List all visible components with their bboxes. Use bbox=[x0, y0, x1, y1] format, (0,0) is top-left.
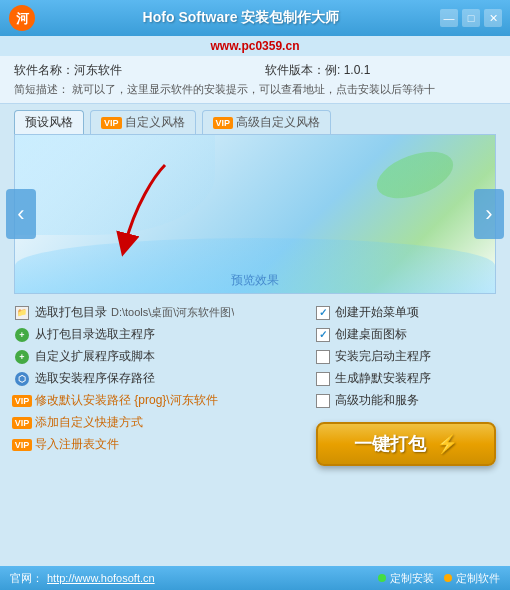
custom-ext-icon: + bbox=[14, 349, 30, 365]
cb-create-start-menu-box[interactable] bbox=[316, 306, 330, 320]
select-package-icon: 📁 bbox=[14, 305, 30, 321]
select-save-icon: ⬡ bbox=[14, 371, 30, 387]
cb-create-desktop-icon[interactable]: 创建桌面图标 bbox=[316, 326, 496, 343]
select-package-value: D:\tools\桌面\河东软件图\ bbox=[111, 305, 234, 320]
cb-create-desktop-icon-box[interactable] bbox=[316, 328, 330, 342]
cb-create-desktop-icon-label: 创建桌面图标 bbox=[335, 326, 407, 343]
tabs-row: 预设风格 VIP 自定义风格 VIP 高级自定义风格 bbox=[0, 104, 510, 134]
cb-advanced-label: 高级功能和服务 bbox=[335, 392, 419, 409]
add-shortcut-icon: VIP bbox=[14, 415, 30, 431]
custom-software-label: 定制软件 bbox=[456, 571, 500, 586]
options-right: 创建开始菜单项 创建桌面图标 安装完启动主程序 生成静默安装程序 高级功能和服务… bbox=[316, 304, 496, 466]
custom-install-label: 定制安装 bbox=[390, 571, 434, 586]
close-button[interactable]: ✕ bbox=[484, 9, 502, 27]
option-custom-ext[interactable]: + 自定义扩展程序或脚本 bbox=[14, 348, 306, 365]
info-section: 软件名称： 河东软件 软件版本： 例: 1.0.1 简短描述： 就可以了，这里显… bbox=[0, 56, 510, 104]
titlebar: 河 Hofo Software 安装包制作大师 — □ ✕ bbox=[0, 0, 510, 36]
options-area: 📁 选取打包目录 D:\tools\桌面\河东软件图\ + 从打包目录选取主程序… bbox=[0, 298, 510, 470]
red-arrow-indicator bbox=[95, 155, 195, 265]
cb-advanced[interactable]: 高级功能和服务 bbox=[316, 392, 496, 409]
modify-path-text: 修改默认安装路径 {prog}\河东软件 bbox=[35, 392, 218, 409]
preview-next-button[interactable]: › bbox=[474, 189, 504, 239]
select-save-text: 选取安装程序保存路径 bbox=[35, 370, 155, 387]
option-select-save[interactable]: ⬡ 选取安装程序保存路径 bbox=[14, 370, 306, 387]
cb-create-start-menu-label: 创建开始菜单项 bbox=[335, 304, 419, 321]
tab-custom-style[interactable]: VIP 自定义风格 bbox=[90, 110, 196, 134]
statusbar-website: 官网： http://www.hofosoft.cn bbox=[10, 571, 155, 586]
add-shortcut-text: 添加自定义快捷方式 bbox=[35, 414, 143, 431]
software-name-value: 河东软件 bbox=[74, 62, 245, 79]
tab-advanced-style[interactable]: VIP 高级自定义风格 bbox=[202, 110, 332, 134]
option-select-main[interactable]: + 从打包目录选取主程序 bbox=[14, 326, 306, 343]
cb-advanced-box[interactable] bbox=[316, 394, 330, 408]
import-reg-text: 导入注册表文件 bbox=[35, 436, 119, 453]
tab-advanced-style-label: 高级自定义风格 bbox=[236, 114, 320, 131]
custom-install-dot bbox=[378, 574, 386, 582]
select-main-icon: + bbox=[14, 327, 30, 343]
main-window: 河 Hofo Software 安装包制作大师 — □ ✕ www.pc0359… bbox=[0, 0, 510, 590]
app-logo: 河 bbox=[8, 4, 36, 32]
prev-arrow-icon: ‹ bbox=[17, 201, 24, 227]
version-example: 例: 1.0.1 bbox=[325, 62, 496, 79]
options-left: 📁 选取打包目录 D:\tools\桌面\河东软件图\ + 从打包目录选取主程序… bbox=[14, 304, 306, 466]
tab-preset-style[interactable]: 预设风格 bbox=[14, 110, 84, 134]
modify-path-vip: VIP bbox=[12, 395, 33, 407]
preview-prev-button[interactable]: ‹ bbox=[6, 189, 36, 239]
cb-autorun[interactable]: 安装完启动主程序 bbox=[316, 348, 496, 365]
watermark-bar: www.pc0359.cn bbox=[0, 36, 510, 56]
window-title: Hofo Software 安装包制作大师 bbox=[42, 9, 440, 27]
preview-area: 预览效果 bbox=[14, 134, 496, 294]
desc-value: 就可以了，这里显示软件的安装提示，可以查看地址，点击安装以后等待十 bbox=[72, 83, 435, 95]
next-arrow-icon: › bbox=[485, 201, 492, 227]
website-url[interactable]: http://www.hofosoft.cn bbox=[47, 572, 155, 584]
option-modify-path[interactable]: VIP 修改默认安装路径 {prog}\河东软件 bbox=[14, 392, 306, 409]
version-label: 软件版本： bbox=[265, 62, 325, 79]
statusbar-custom-software: 定制软件 bbox=[444, 571, 500, 586]
statusbar-custom-install: 定制安装 bbox=[378, 571, 434, 586]
window-controls: — □ ✕ bbox=[440, 9, 502, 27]
software-name-label: 软件名称： bbox=[14, 62, 74, 79]
option-add-shortcut[interactable]: VIP 添加自定义快捷方式 bbox=[14, 414, 306, 431]
desc-label: 简短描述： bbox=[14, 83, 69, 95]
custom-software-dot bbox=[444, 574, 452, 582]
tab-advanced-vip-badge: VIP bbox=[213, 117, 234, 129]
cb-silent-box[interactable] bbox=[316, 372, 330, 386]
website-label: 官网： bbox=[10, 571, 43, 586]
one-click-label: 一键打包 bbox=[354, 434, 426, 454]
watermark-url: www.pc0359.cn bbox=[211, 39, 300, 53]
maximize-button[interactable]: □ bbox=[462, 9, 480, 27]
tab-custom-vip-badge: VIP bbox=[101, 117, 122, 129]
cb-create-start-menu[interactable]: 创建开始菜单项 bbox=[316, 304, 496, 321]
tab-preset-style-label: 预设风格 bbox=[25, 115, 73, 129]
statusbar: 官网： http://www.hofosoft.cn 定制安装 定制软件 bbox=[0, 566, 510, 590]
minimize-button[interactable]: — bbox=[440, 9, 458, 27]
import-reg-icon: VIP bbox=[14, 437, 30, 453]
select-package-text: 选取打包目录 bbox=[35, 304, 107, 321]
tab-custom-style-label: 自定义风格 bbox=[125, 114, 185, 131]
custom-ext-text: 自定义扩展程序或脚本 bbox=[35, 348, 155, 365]
option-import-reg[interactable]: VIP 导入注册表文件 bbox=[14, 436, 306, 453]
cb-silent-label: 生成静默安装程序 bbox=[335, 370, 431, 387]
select-main-text: 从打包目录选取主程序 bbox=[35, 326, 155, 343]
preview-label: 预览效果 bbox=[231, 272, 279, 289]
modify-path-icon: VIP bbox=[14, 393, 30, 409]
import-reg-vip: VIP bbox=[12, 439, 33, 451]
desc-row: 简短描述： 就可以了，这里显示软件的安装提示，可以查看地址，点击安装以后等待十 bbox=[14, 82, 496, 97]
add-shortcut-vip: VIP bbox=[12, 417, 33, 429]
cb-silent[interactable]: 生成静默安装程序 bbox=[316, 370, 496, 387]
one-click-package-button[interactable]: 一键打包 ⚡ bbox=[316, 422, 496, 466]
cb-autorun-label: 安装完启动主程序 bbox=[335, 348, 431, 365]
bolt-icon: ⚡ bbox=[436, 433, 458, 455]
svg-text:河: 河 bbox=[16, 11, 30, 26]
option-select-package[interactable]: 📁 选取打包目录 D:\tools\桌面\河东软件图\ bbox=[14, 304, 306, 321]
cb-autorun-box[interactable] bbox=[316, 350, 330, 364]
